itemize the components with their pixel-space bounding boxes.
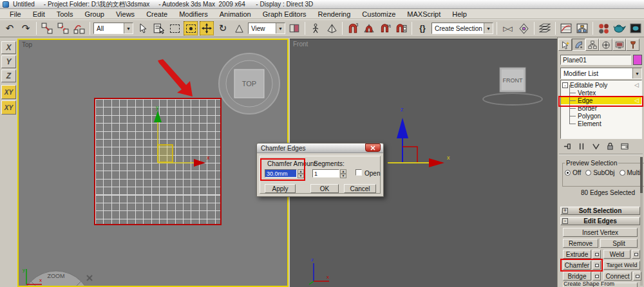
spin-down-icon[interactable]: ▼ (298, 174, 304, 178)
pin-stack-icon[interactable] (564, 142, 572, 151)
preview-multi-radio[interactable] (620, 170, 625, 176)
viewport-top[interactable]: Top TOP y x ZOOM ORBIT REWIND CENTER WAL… (17, 39, 289, 287)
rectangular-selection-region-icon[interactable] (167, 21, 182, 35)
bridge-settings-button[interactable] (592, 272, 601, 281)
wheel-zoom-label[interactable]: ZOOM (48, 273, 65, 279)
restrict-xy-plane-flyout-button[interactable]: XY (1, 100, 16, 115)
preview-off-radio[interactable] (565, 170, 571, 176)
scrollbar-thumb[interactable] (640, 157, 643, 193)
align-icon[interactable] (516, 21, 531, 35)
transform-gizmo-front[interactable]: z x (374, 104, 464, 174)
dropdown-arrow-icon[interactable]: ▼ (124, 23, 133, 33)
tab-create-icon[interactable] (558, 39, 572, 51)
window-crossing-toggle-icon[interactable] (184, 21, 198, 35)
named-selection-set-dropdown[interactable]: Create Selection Set ▼ (431, 23, 493, 34)
chamfer-edges-dialog[interactable]: Chamfer Edges Chamfer Amount: Segments: … (256, 143, 384, 197)
preview-multi-label[interactable]: Multi (627, 169, 641, 176)
dropdown-arrow-icon[interactable]: ▼ (632, 68, 641, 79)
connect-settings-button[interactable] (633, 272, 641, 281)
weld-settings-button[interactable] (632, 250, 640, 259)
preview-off-label[interactable]: Off (573, 169, 581, 176)
dropdown-arrow-icon[interactable]: ▼ (484, 23, 493, 33)
spinner-arrows[interactable]: ▲ ▼ (298, 169, 304, 178)
stack-item-border[interactable]: Border (561, 104, 641, 112)
edit-named-selection-sets-icon[interactable]: {} (415, 21, 430, 35)
chamfer-amount-input[interactable]: 30.0mm (265, 169, 297, 178)
spinner-snap-toggle-icon[interactable] (394, 21, 408, 35)
extrude-button[interactable]: Extrude (563, 250, 591, 259)
select-by-name-icon[interactable] (151, 21, 166, 35)
transform-gizmo-top[interactable]: y x (135, 104, 212, 181)
select-and-move-icon[interactable] (200, 21, 214, 35)
rendered-frame-window-icon[interactable] (629, 21, 643, 35)
rollout-expand-icon[interactable]: + (562, 208, 568, 214)
render-setup-icon[interactable] (612, 21, 627, 35)
edit-edges-rollout[interactable]: - Edit Edges (560, 217, 640, 225)
menu-create[interactable]: Create (140, 10, 173, 19)
select-and-scale-icon[interactable] (232, 21, 246, 35)
undo-icon[interactable]: ↶ (3, 21, 17, 35)
preview-subobj-radio[interactable] (585, 170, 591, 176)
segments-input[interactable]: 1 (312, 169, 339, 178)
connect-button[interactable]: Connect (603, 272, 632, 281)
select-object-icon[interactable] (135, 21, 149, 35)
angle-snap-toggle-icon[interactable] (362, 21, 376, 35)
ok-button[interactable]: OK (310, 184, 339, 193)
tab-display-icon[interactable] (612, 39, 626, 51)
menu-graph-editors[interactable]: Graph Editors (257, 10, 312, 19)
chamfer-button[interactable]: Chamfer (563, 261, 591, 270)
reference-coordinate-dropdown[interactable]: View ▼ (248, 23, 285, 34)
viewcube-top-face-label[interactable]: TOP (242, 80, 256, 88)
cancel-button[interactable]: Cancel (344, 184, 376, 193)
schematic-view-icon[interactable] (575, 21, 589, 35)
menu-customize[interactable]: Customize (356, 10, 401, 19)
open-checkbox[interactable] (355, 169, 362, 176)
configure-modifier-sets-icon[interactable] (620, 142, 629, 151)
viewcube-front-face-label[interactable]: FRONT (503, 77, 523, 84)
unlink-selection-icon[interactable] (56, 21, 70, 35)
selection-filter-dropdown[interactable]: All ▼ (93, 23, 133, 34)
viewport-front-label[interactable]: Front (293, 41, 308, 48)
viewport-top-label[interactable]: Top (22, 41, 32, 48)
select-and-rotate-icon[interactable]: ↻ (216, 21, 230, 35)
dialog-title-bar[interactable]: Chamfer Edges (257, 144, 383, 153)
remove-button[interactable]: Remove (563, 239, 598, 248)
redo-icon[interactable]: ↷ (19, 21, 33, 35)
stack-item-edge[interactable]: Edge ◁ (561, 97, 641, 104)
dropdown-arrow-icon[interactable]: ▼ (276, 23, 285, 33)
show-end-result-icon[interactable] (578, 142, 586, 151)
stack-item-polygon[interactable]: Polygon (561, 112, 641, 120)
target-weld-button[interactable]: Target Weld (603, 261, 640, 270)
tab-hierarchy-icon[interactable] (585, 39, 599, 51)
mirror-icon[interactable]: ▷◁ (500, 21, 515, 35)
soft-selection-rollout[interactable]: + Soft Selection (560, 207, 640, 215)
tab-utilities-icon[interactable] (626, 39, 639, 51)
modifier-list-dropdown[interactable]: Modifier List ▼ (560, 68, 642, 79)
remove-modifier-icon[interactable] (606, 142, 614, 151)
menu-file[interactable]: File (4, 10, 27, 19)
menu-maxscript[interactable]: MAXScript (401, 10, 446, 19)
spin-up-icon[interactable]: ▲ (340, 169, 346, 174)
curve-editor-icon[interactable] (559, 21, 573, 35)
object-color-swatch[interactable] (633, 55, 642, 65)
segments-spinner[interactable]: 1 ▲ ▼ (312, 169, 346, 178)
weld-button[interactable]: Weld (603, 250, 630, 259)
restrict-z-button[interactable]: Z (1, 69, 16, 82)
rollout-collapse-icon[interactable]: - (562, 218, 568, 224)
panel-scrollbar[interactable] (640, 157, 643, 286)
keyboard-shortcut-override-icon[interactable] (325, 21, 339, 35)
restrict-x-button[interactable]: X (1, 41, 16, 54)
dialog-close-button[interactable] (365, 144, 381, 152)
stack-item-editable-poly[interactable]: - Editable Poly ◁ (561, 81, 641, 89)
insert-vertex-button[interactable]: Insert Vertex (563, 228, 638, 237)
percent-snap-toggle-icon[interactable]: % (378, 21, 392, 35)
stack-item-element[interactable]: Element (561, 120, 641, 127)
snaps-toggle-icon[interactable]: 3 (346, 21, 360, 35)
object-name-input[interactable]: Plane01 (560, 55, 631, 65)
material-editor-icon[interactable] (596, 21, 611, 35)
menu-help[interactable]: Help (446, 10, 473, 19)
select-link-icon[interactable] (40, 21, 54, 35)
preview-subobj-label[interactable]: SubObj (593, 169, 614, 176)
wheel-close-icon[interactable] (87, 275, 92, 281)
menu-tools[interactable]: Tools (51, 10, 79, 19)
